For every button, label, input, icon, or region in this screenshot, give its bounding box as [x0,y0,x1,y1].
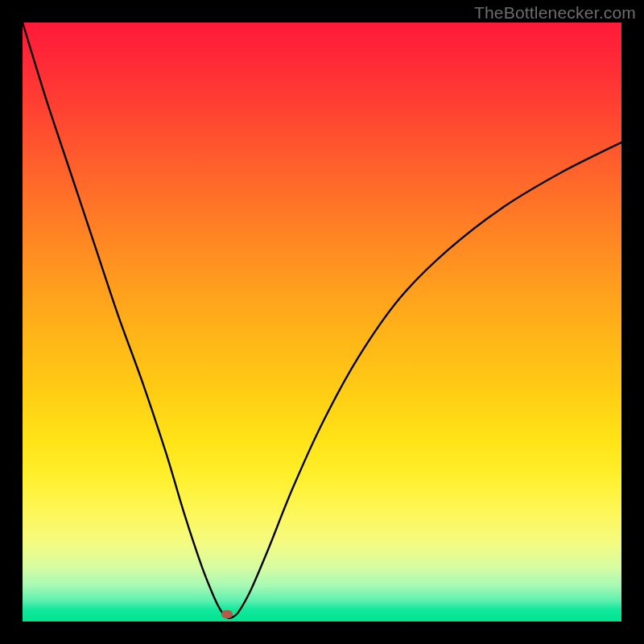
chart-frame: TheBottlenecker.com [0,0,644,644]
bottleneck-curve [23,23,621,621]
optimal-point-marker [221,610,233,618]
plot-area [23,23,621,621]
watermark-text: TheBottlenecker.com [474,3,636,23]
